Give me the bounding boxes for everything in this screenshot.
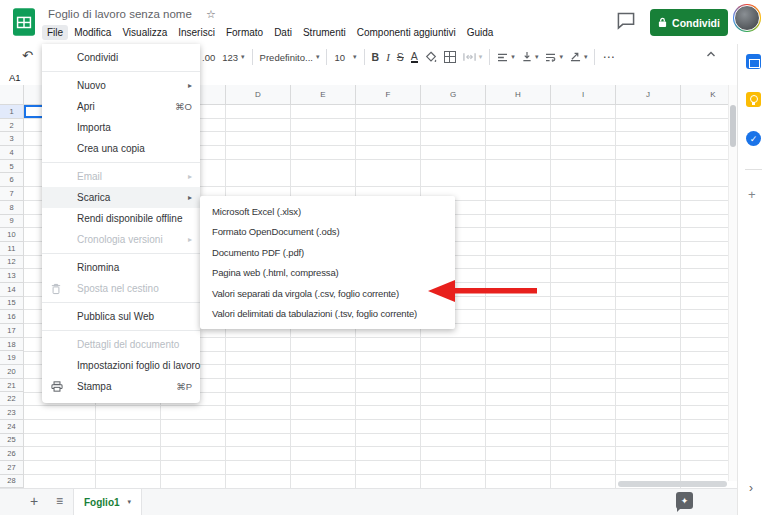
file-menu-item-impostazioni-foglio-di-lavoro[interactable]: Impostazioni foglio di lavoro (42, 355, 200, 376)
undo-button[interactable]: ↶ (22, 48, 33, 63)
sheet-tab-foglio1[interactable]: Foglio1 ▾ (73, 489, 142, 515)
strikethrough-button[interactable]: S (397, 51, 404, 63)
column-header-h[interactable]: H (486, 85, 551, 105)
file-menu-item-rendi-disponibile-offline[interactable]: Rendi disponibile offline (42, 208, 200, 229)
select-all-corner[interactable] (0, 85, 24, 105)
horizontal-scrollbar-thumb[interactable] (618, 481, 727, 487)
download-option-documento-pdf-pdf[interactable]: Documento PDF (.pdf) (200, 242, 455, 263)
row-header-5[interactable]: 5 (0, 160, 24, 174)
menubar-item-modifica[interactable]: Modifica (69, 25, 116, 40)
row-header-12[interactable]: 12 (0, 256, 24, 270)
document-title[interactable]: Foglio di lavoro senza nome (48, 8, 192, 20)
row-header-15[interactable]: 15 (0, 297, 24, 311)
font-selector[interactable]: Predefinito... ▾ (260, 52, 320, 63)
column-header-g[interactable]: G (421, 85, 486, 105)
bold-button[interactable]: B (372, 51, 380, 63)
fill-color-button[interactable] (425, 51, 437, 63)
row-header-13[interactable]: 13 (0, 269, 24, 283)
get-addons-button[interactable]: + (748, 187, 756, 202)
row-header-20[interactable]: 20 (0, 365, 24, 379)
keep-icon[interactable] (746, 92, 761, 107)
row-header-22[interactable]: 22 (0, 392, 24, 406)
column-header-k[interactable]: K (681, 85, 728, 105)
column-header-f[interactable]: F (356, 85, 421, 105)
vertical-scrollbar[interactable] (728, 85, 737, 481)
menubar-item-file[interactable]: File (42, 25, 68, 40)
row-header-1[interactable]: 1 (0, 105, 24, 119)
collapse-toolbar-button[interactable] (706, 50, 716, 58)
row-header-28[interactable]: 28 (0, 475, 24, 488)
row-header-26[interactable]: 26 (0, 447, 24, 461)
column-header-j[interactable]: J (616, 85, 681, 105)
menubar-item-strumenti[interactable]: Strumenti (298, 25, 351, 40)
file-menu-item-condividi[interactable]: Condividi (42, 47, 200, 68)
tasks-icon[interactable]: ✓ (746, 131, 761, 146)
add-sheet-button[interactable]: + (30, 493, 38, 509)
number-format-button[interactable]: 123 ▾ (222, 52, 244, 63)
share-button[interactable]: Condividi (650, 9, 728, 36)
collapse-side-panel-button[interactable]: › (749, 481, 753, 495)
file-menu-item-rinomina[interactable]: Rinomina (42, 257, 200, 278)
menubar-item-dati[interactable]: Dati (269, 25, 297, 40)
row-header-14[interactable]: 14 (0, 283, 24, 297)
download-option-microsoft-excel-xlsx[interactable]: Microsoft Excel (.xlsx) (200, 201, 455, 222)
font-size-selector[interactable]: 10 ▾ (334, 52, 356, 63)
row-header-6[interactable]: 6 (0, 173, 24, 187)
menubar-item-inserisci[interactable]: Inserisci (173, 25, 220, 40)
horizontal-align-button[interactable]: ▾ (497, 53, 515, 62)
star-favorite-icon[interactable]: ☆ (206, 8, 216, 21)
text-wrap-button[interactable]: ▾ (545, 53, 563, 62)
row-header-21[interactable]: 21 (0, 379, 24, 393)
file-menu-item-cronologia-versioni[interactable]: Cronologia versioni▸ (42, 229, 200, 250)
calendar-icon[interactable] (746, 54, 761, 69)
borders-button[interactable] (444, 51, 456, 63)
text-color-button[interactable]: A (411, 51, 418, 63)
decrease-decimal-button[interactable]: .00 (202, 52, 215, 63)
row-header-3[interactable]: 3 (0, 132, 24, 146)
download-option-pagina-web-html-compressa[interactable]: Pagina web (.html, compressa) (200, 263, 455, 284)
file-menu-item-apri[interactable]: Apri⌘O (42, 96, 200, 117)
row-header-11[interactable]: 11 (0, 242, 24, 256)
row-header-8[interactable]: 8 (0, 201, 24, 215)
file-menu-item-sposta-nel-cestino[interactable]: Sposta nel cestino (42, 278, 200, 299)
name-box[interactable]: A1 (9, 72, 21, 83)
file-menu-item-pubblica-sul-web[interactable]: Pubblica sul Web (42, 306, 200, 327)
avatar[interactable] (733, 4, 761, 32)
merge-cells-button[interactable]: ▾ (463, 52, 483, 62)
download-option-formato-opendocument-ods[interactable]: Formato OpenDocument (.ods) (200, 222, 455, 243)
file-menu-item-email[interactable]: Email▸ (42, 166, 200, 187)
file-menu-item-dettagli-del-documento[interactable]: Dettagli del documento (42, 334, 200, 355)
row-header-18[interactable]: 18 (0, 338, 24, 352)
menubar-item-componenti-aggiuntivi[interactable]: Componenti aggiuntivi (352, 25, 461, 40)
row-header-23[interactable]: 23 (0, 406, 24, 420)
file-menu-item-crea-una-copia[interactable]: Crea una copia (42, 138, 200, 159)
text-rotation-button[interactable]: ▾ (570, 52, 588, 62)
row-header-10[interactable]: 10 (0, 228, 24, 242)
row-header-16[interactable]: 16 (0, 310, 24, 324)
download-option-valori-delimitati-da-tabulazioni-tsv-foglio-corrente[interactable]: Valori delimitati da tabulazioni (.tsv, … (200, 304, 455, 325)
row-header-7[interactable]: 7 (0, 187, 24, 201)
italic-button[interactable]: I (386, 51, 390, 63)
explore-button[interactable]: ✦ (676, 492, 693, 509)
file-menu-item-stampa[interactable]: Stampa⌘P (42, 376, 200, 397)
menubar-item-guida[interactable]: Guida (462, 25, 499, 40)
comment-icon[interactable] (616, 12, 636, 30)
file-menu-item-importa[interactable]: Importa (42, 117, 200, 138)
row-header-17[interactable]: 17 (0, 324, 24, 338)
menubar-item-formato[interactable]: Formato (221, 25, 268, 40)
row-header-2[interactable]: 2 (0, 119, 24, 133)
row-header-4[interactable]: 4 (0, 146, 24, 160)
download-option-valori-separati-da-virgola-csv-foglio-corrente[interactable]: Valori separati da virgola (.csv, foglio… (200, 283, 455, 304)
row-header-9[interactable]: 9 (0, 215, 24, 229)
row-header-25[interactable]: 25 (0, 434, 24, 448)
file-menu-item-nuovo[interactable]: Nuovo▸ (42, 75, 200, 96)
more-options-button[interactable]: ⋯ (602, 50, 614, 64)
row-header-19[interactable]: 19 (0, 351, 24, 365)
column-header-d[interactable]: D (226, 85, 291, 105)
column-header-e[interactable]: E (291, 85, 356, 105)
row-header-24[interactable]: 24 (0, 420, 24, 434)
column-header-i[interactable]: I (551, 85, 616, 105)
file-menu-item-scarica[interactable]: Scarica▸ (42, 187, 200, 208)
row-header-27[interactable]: 27 (0, 461, 24, 475)
menubar-item-visualizza[interactable]: Visualizza (117, 25, 172, 40)
